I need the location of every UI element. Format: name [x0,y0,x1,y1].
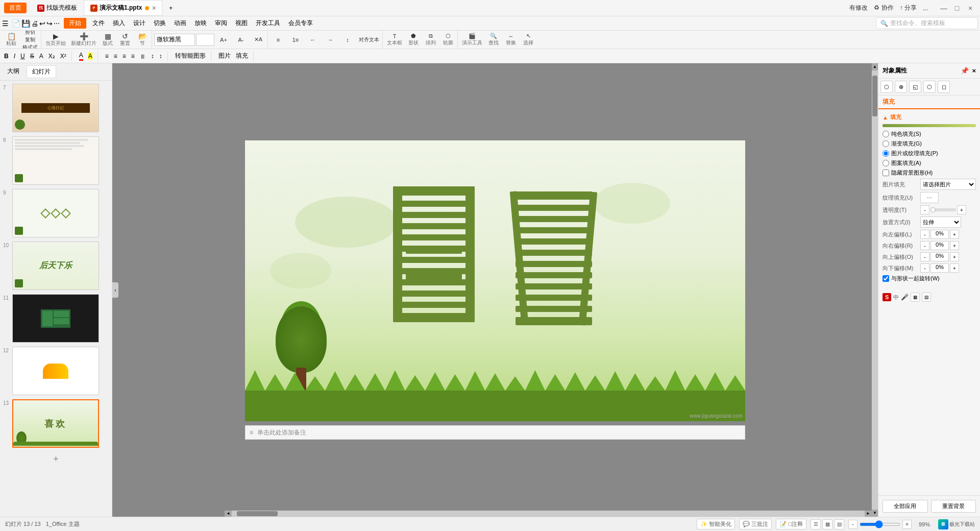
shadow-btn[interactable]: A [37,52,45,61]
scroll-down-btn[interactable]: ▼ [872,510,878,517]
zoom-in-btn[interactable]: + [902,520,912,529]
increase-font-btn[interactable]: A+ [215,34,232,46]
menu-member[interactable]: 会员专享 [284,18,317,29]
subscript-btn[interactable]: X₂ [46,52,57,61]
font-color-btn[interactable]: A [77,51,85,62]
transparency-increase-btn[interactable]: + [957,205,966,214]
slide-item-9[interactable]: 9 [2,188,110,238]
slide-thumb-13[interactable]: 喜欢 [12,399,99,448]
view-outline-btn[interactable]: ▤ [834,519,844,529]
menu-file[interactable]: 文件 [88,18,109,29]
slide-item-13[interactable]: 13 喜欢 [2,398,110,449]
apply-all-btn[interactable]: 全部应用 [883,500,928,513]
rp-icon-tab4[interactable]: ⬡ [923,81,936,93]
offset-top-decrease-btn[interactable]: - [920,252,929,261]
menu-expand-icon[interactable]: ☰ [2,19,9,28]
decrease-font-btn[interactable]: A- [233,34,249,46]
collab-btn[interactable]: ♻ 协作 [874,4,893,12]
numbering-btn[interactable]: 1≡ [287,32,304,48]
more-btn[interactable]: ... [923,5,928,12]
notes-btn[interactable]: 📝 □注释 [776,519,806,529]
slides-tab[interactable]: 幻灯片 [27,65,56,78]
menu-undo-icon[interactable]: ↩ [39,19,45,28]
window-close-btn[interactable]: × [965,3,976,14]
window-minimize-btn[interactable]: — [938,3,949,14]
menu-design[interactable]: 设计 [129,18,150,29]
slide-note[interactable]: ≡ 单击此处添加备注 [245,425,745,440]
picture-fill-select[interactable]: 请选择图片 [920,179,976,190]
fill-gradient-radio[interactable]: 渐变填充(G) [883,140,976,148]
layout-btn[interactable]: ▦ 版式 [100,32,116,48]
select-btn[interactable]: ↖ 选择 [520,32,536,48]
main-slide-text[interactable] [378,181,612,346]
new-slide-btn[interactable]: ➕ 新建幻灯片 [69,32,99,48]
hide-bg-checkbox-row[interactable]: 隐藏背景图形(H) [883,169,976,177]
scroll-thumb-h[interactable] [237,511,278,516]
bold-btn[interactable]: B [2,52,11,61]
panel-collapse-btn[interactable]: ‹ [112,282,118,298]
find-btn[interactable]: 🔍 查找 [485,32,502,48]
slide-item-10[interactable]: 10 后天下乐 [2,240,110,291]
slide-thumb-10[interactable]: 后天下乐 [12,242,99,290]
new-tab-button[interactable]: + [162,0,179,16]
outline-tab[interactable]: 大纲 [2,65,24,78]
status-icon-grid1[interactable]: ▦ [911,293,920,302]
scroll-right-btn[interactable]: ► [865,511,872,517]
menu-review[interactable]: 审阅 [211,18,231,29]
para-spacing-btn[interactable]: ↕ [157,52,164,61]
tab-close-icon[interactable]: × [152,5,156,12]
scroll-thumb-v[interactable] [872,76,877,116]
fill-solid-radio[interactable]: 纯色填充(S) [883,130,976,138]
slide-item-8[interactable]: 8 [2,135,110,186]
slide-item-11[interactable]: 11 [2,293,110,344]
comment-btn[interactable]: 💬 三批注 [739,519,772,529]
home-tab[interactable]: 首页 [4,3,27,13]
window-maximize-btn[interactable]: □ [951,3,963,14]
menu-print-icon[interactable]: 🖨 [31,19,38,28]
align-center-btn[interactable]: ≡ [112,52,119,61]
menu-redo-icon[interactable]: ↪ [46,19,53,28]
slide-canvas[interactable]: www.jiguangxiazai.com [245,140,745,421]
rp-pin-icon[interactable]: 📌 [961,67,969,75]
pics-btn[interactable]: 图片 [216,51,233,61]
align-left-btn[interactable]: ≡ [103,52,111,61]
smart-shape-btn[interactable]: 转智能图形 [173,51,208,61]
offset-left-decrease-btn[interactable]: - [920,230,929,239]
microphone-icon[interactable]: 🎤 [901,294,909,301]
slide-thumb-12[interactable] [12,347,99,395]
add-slide-btn[interactable]: + [2,451,110,468]
reset-btn[interactable]: ↺ 重置 [117,32,133,48]
view-slide-btn[interactable]: ▦ [822,519,832,529]
offset-bottom-decrease-btn[interactable]: - [920,263,929,273]
offset-right-increase-btn[interactable]: + [950,241,959,250]
format-btn[interactable]: 格式式 [20,44,40,50]
offset-top-increase-btn[interactable]: + [950,252,959,261]
placement-select[interactable]: 拉伸 [920,216,961,228]
indent-more-btn[interactable]: → [322,32,338,48]
smart-beauty-btn[interactable]: ✨ 智能美化 [697,519,735,529]
transparency-slider[interactable] [930,208,956,211]
tab-document[interactable]: P 演示文稿1.pptx × [84,0,162,16]
rp-icon-tab5[interactable]: ◻ [938,81,950,93]
rp-icon-tab1[interactable]: ⬡ [880,81,893,93]
fill-btn[interactable]: 填充 [234,51,250,61]
slide-thumb-11[interactable] [12,294,99,343]
zoom-slider[interactable] [860,523,900,526]
fill-color-bar[interactable] [883,124,976,127]
font-family-input[interactable] [154,34,195,46]
rp-icon-tab2[interactable]: ⊕ [895,81,907,93]
menu-start-btn[interactable]: 开始 [64,18,86,29]
offset-left-increase-btn[interactable]: + [950,230,959,239]
menu-save-icon[interactable]: 💾 [21,19,30,28]
menu-more-icon[interactable]: ⋯ [54,20,60,27]
replace-btn[interactable]: ↔ 替换 [503,32,519,48]
offset-right-decrease-btn[interactable]: - [920,241,929,250]
justify-btn[interactable]: ≡ [129,52,137,61]
canvas-scrollbar-v[interactable]: ▲ ▼ [872,63,878,517]
menu-switch[interactable]: 切换 [150,18,170,29]
scroll-up-btn[interactable]: ▲ [872,63,878,70]
save-status[interactable]: 有修改 [849,4,868,12]
rotate-with-shape-row[interactable]: 与形状一起旋转(W) [883,275,976,282]
share-btn[interactable]: ↑ 分享 [900,4,917,12]
transparency-decrease-btn[interactable]: - [920,205,929,214]
